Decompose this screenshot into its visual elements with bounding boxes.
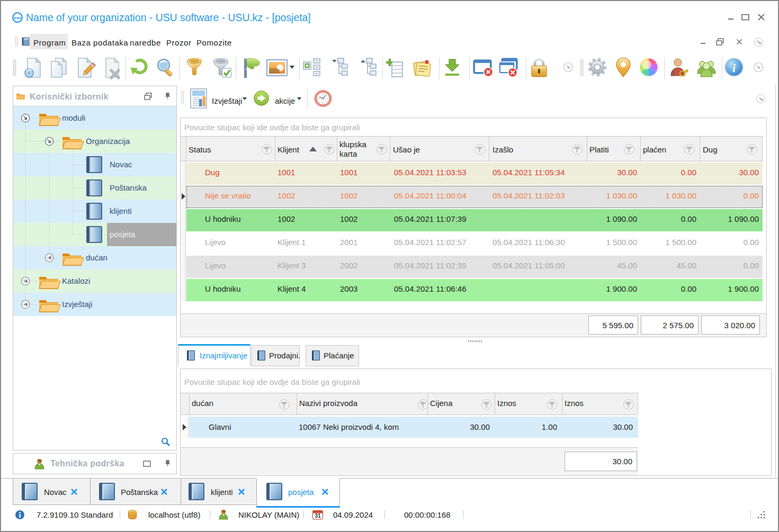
svg-text:usu: usu [14, 15, 21, 20]
svg-text:31: 31 [315, 513, 321, 519]
svg-text:i: i [732, 61, 736, 75]
